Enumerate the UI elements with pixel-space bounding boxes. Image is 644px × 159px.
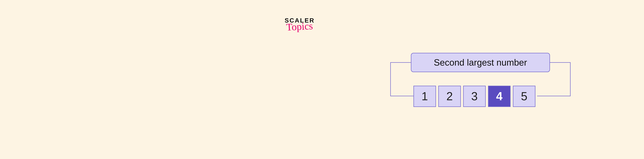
connector-line (550, 62, 570, 63)
array-cell: 5 (513, 86, 536, 107)
diagram-title-box: Second largest number (411, 53, 550, 72)
array-cell: 1 (414, 86, 436, 107)
cell-value: 5 (521, 90, 527, 103)
connector-line (570, 62, 570, 96)
cell-value: 4 (496, 90, 502, 103)
scaler-topics-logo: SCALER Topics (285, 18, 315, 32)
connector-line (390, 62, 411, 63)
connector-line (390, 62, 391, 96)
array-cell: 3 (463, 86, 486, 107)
cell-value: 2 (446, 90, 453, 103)
logo-line-2: Topics (286, 21, 313, 32)
second-largest-diagram: Second largest number 1 2 3 4 5 (380, 53, 581, 107)
diagram-title-text: Second largest number (434, 57, 527, 68)
array-cell: 2 (438, 86, 461, 107)
connector-line (390, 96, 414, 96)
cell-value: 3 (471, 90, 478, 103)
array-cell-highlight: 4 (488, 86, 510, 107)
array-row: 1 2 3 4 5 (414, 86, 536, 107)
connector-line (537, 96, 570, 96)
cell-value: 1 (422, 90, 428, 103)
